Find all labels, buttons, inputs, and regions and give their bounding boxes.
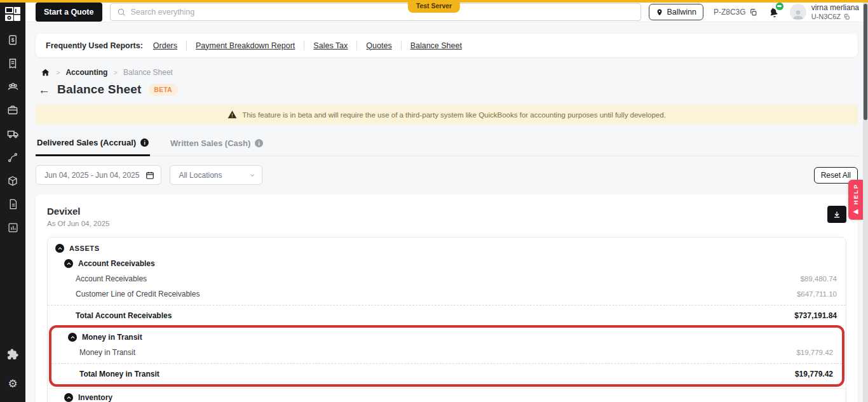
sidebar-item-customers[interactable]	[0, 75, 25, 98]
report-header: Devixel As Of Jun 04, 2025	[47, 206, 846, 227]
collapse-icon[interactable]	[64, 393, 73, 402]
beta-badge: BETA	[149, 84, 178, 96]
divider	[356, 41, 357, 50]
filters-row: Jun 04, 2025 - Jun 04, 2025 All Location…	[36, 165, 858, 185]
copy-icon[interactable]	[749, 8, 757, 17]
table-row-item: Customer Line of Credit Receivables $647…	[48, 286, 846, 302]
sidebar-item-deliveries[interactable]	[0, 122, 25, 145]
scrollbar-track	[863, 3, 868, 402]
report-link-quotes[interactable]: Quotes	[366, 41, 391, 50]
sidebar-item-orders[interactable]	[0, 51, 25, 75]
location-button[interactable]: Ballwinn	[649, 4, 703, 20]
scrollbar-thumb[interactable]	[864, 4, 867, 120]
row-value: $19,779.42	[795, 370, 833, 379]
sidebar-item-payments[interactable]	[0, 98, 25, 122]
row-label: Total Money in Transit	[79, 370, 159, 379]
start-quote-button[interactable]: Start a Quote	[36, 3, 102, 22]
warning-icon	[227, 110, 237, 119]
divider	[304, 41, 304, 50]
user-code: U-N3C6Z	[811, 13, 841, 22]
row-value: $647,711.10	[797, 290, 837, 298]
row-label: Inventory	[78, 393, 112, 402]
breadcrumb-accounting[interactable]: Accounting	[65, 68, 107, 77]
table-row-section-account-receivables: Account Receivables	[48, 256, 846, 271]
download-button[interactable]	[827, 206, 846, 223]
search-icon	[117, 8, 126, 17]
info-icon[interactable]: i	[140, 138, 149, 147]
breadcrumb-separator: >	[113, 69, 117, 76]
breadcrumb: > Accounting > Balance Sheet	[41, 68, 858, 77]
title-row: ← Balance Sheet BETA	[38, 83, 858, 97]
info-icon[interactable]: i	[255, 139, 263, 147]
beta-warning-banner: This feature is in beta and will require…	[36, 105, 858, 124]
reports-bar-label: Frequently Used Reports:	[46, 41, 143, 50]
collapse-icon[interactable]	[68, 333, 77, 342]
tabs: Delivered Sales (Accrual) i Written Sale…	[36, 134, 858, 156]
sidebar-item-documents[interactable]	[0, 192, 25, 216]
divider	[401, 41, 402, 50]
copy-icon[interactable]	[843, 13, 850, 20]
store-code-value: P-Z8C3G	[714, 8, 746, 17]
tab-label: Written Sales (Cash)	[170, 138, 250, 148]
report-link-payment-breakdown[interactable]: Payment Breakdown Report	[196, 41, 295, 50]
row-label: ASSETS	[69, 245, 100, 252]
as-of-date: As Of Jun 04, 2025	[47, 220, 109, 227]
row-label: Customer Line of Credit Receivables	[76, 290, 200, 298]
sidebar: $ ⚙	[0, 0, 25, 402]
user-menu[interactable]: virna merliana U-N3C6Z	[790, 3, 859, 22]
collapse-icon[interactable]	[55, 244, 64, 253]
location-filter-select[interactable]: All Locations	[170, 165, 262, 185]
page-content: Frequently Used Reports: Orders Payment …	[25, 22, 868, 402]
home-icon[interactable]	[41, 68, 50, 77]
row-label: Money in Transit	[82, 333, 142, 342]
report-link-sales-tax[interactable]: Sales Tax	[313, 41, 348, 50]
app-logo-icon[interactable]	[0, 0, 25, 28]
global-search[interactable]	[110, 3, 642, 21]
sidebar-item-inventory[interactable]	[0, 169, 25, 192]
download-icon	[832, 210, 841, 219]
sidebar-item-settings[interactable]: ⚙	[0, 372, 25, 396]
main-column: Start a Quote Ballwinn P-Z8C3G	[25, 0, 868, 402]
breadcrumb-separator: >	[56, 69, 60, 76]
breadcrumb-balance-sheet: Balance Sheet	[123, 68, 173, 77]
frequently-used-reports-bar: Frequently Used Reports: Orders Payment …	[36, 34, 858, 57]
date-range-picker[interactable]: Jun 04, 2025 - Jun 04, 2025	[36, 165, 161, 185]
search-input[interactable]	[131, 8, 635, 17]
company-name: Devixel	[47, 206, 109, 217]
row-label: Money in Transit	[79, 348, 135, 357]
notifications-bell[interactable]	[768, 6, 780, 18]
back-arrow-icon[interactable]: ←	[38, 84, 50, 96]
table-row-section-money-in-transit: Money in Transit	[51, 330, 842, 345]
calendar-icon	[146, 171, 154, 180]
sidebar-item-reports[interactable]	[0, 216, 25, 239]
location-pin-icon	[656, 8, 663, 17]
table-row-item: Money in Transit $19,779.42	[51, 345, 842, 360]
table-row-section-assets: ASSETS	[48, 241, 846, 256]
row-label: Account Receivables	[76, 274, 147, 283]
tab-written-sales[interactable]: Written Sales (Cash) i	[169, 134, 264, 156]
sidebar-item-integrations[interactable]	[0, 342, 25, 366]
store-code: P-Z8C3G	[714, 8, 757, 17]
report-link-orders[interactable]: Orders	[153, 41, 177, 50]
tab-delivered-sales[interactable]: Delivered Sales (Accrual) i	[36, 134, 150, 156]
user-name: virna merliana	[811, 3, 859, 13]
test-server-badge: Test Server	[408, 0, 460, 13]
sidebar-item-routes[interactable]	[0, 145, 25, 169]
divider	[186, 41, 187, 50]
banner-text: This feature is in beta and will require…	[242, 111, 666, 119]
date-range-value: Jun 04, 2025 - Jun 04, 2025	[44, 171, 139, 180]
sidebar-item-quotes[interactable]: $	[0, 28, 25, 51]
row-label: Account Receivables	[78, 259, 155, 268]
table-row-item: Account Receivables $89,480.74	[48, 271, 846, 286]
money-in-transit-highlight-box: Money in Transit Money in Transit $19,77…	[49, 325, 844, 387]
avatar	[790, 4, 806, 20]
balance-sheet-card: Devixel As Of Jun 04, 2025 ASSETS Acco	[36, 194, 858, 402]
notification-badge	[775, 2, 784, 11]
help-tab[interactable]: ▶ HELP	[848, 180, 863, 220]
chevron-down-icon	[249, 172, 255, 178]
collapse-icon[interactable]	[64, 259, 73, 268]
location-filter-value: All Locations	[179, 171, 222, 180]
report-link-balance-sheet[interactable]: Balance Sheet	[410, 41, 462, 50]
table-row-total-money-in-transit: Total Money in Transit $19,779.42	[51, 363, 842, 382]
user-meta: virna merliana U-N3C6Z	[811, 3, 859, 22]
